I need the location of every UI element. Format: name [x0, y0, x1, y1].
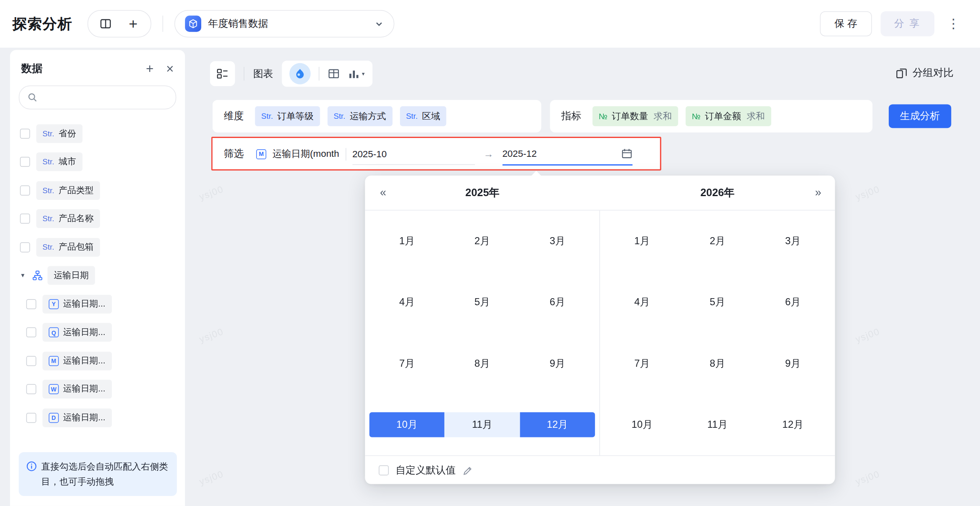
- month-cell[interactable]: 7月: [604, 333, 680, 394]
- field-checkbox[interactable]: [26, 299, 36, 309]
- dimension-chip[interactable]: Str. 区域: [400, 106, 446, 126]
- date-field-row: Q 运输日期...: [26, 318, 185, 347]
- field-chip[interactable]: Str. 产品名称: [36, 210, 100, 228]
- filter-start-date-input[interactable]: 2025-10: [352, 143, 475, 165]
- month-label: 12月: [520, 412, 595, 437]
- divider: [244, 67, 244, 81]
- generate-analysis-button[interactable]: 生成分析: [889, 104, 951, 128]
- filter-shelf: 筛选 M 运输日期(month 2025-10 → 2025-12: [213, 138, 661, 170]
- watermark: ysj00: [198, 326, 225, 344]
- group-compare-label: 分组对比: [913, 66, 954, 80]
- bar-chart-type-button[interactable]: ▾: [348, 68, 365, 79]
- month-cell[interactable]: 12月: [755, 394, 831, 455]
- month-cell[interactable]: 5月: [680, 272, 755, 333]
- field-chip[interactable]: W 运输日期...: [43, 380, 112, 399]
- month-cell[interactable]: 1月: [604, 210, 680, 271]
- month-cell[interactable]: 6月: [755, 272, 831, 333]
- more-menu-button[interactable]: ⋮: [939, 16, 967, 31]
- field-label: 运输日期...: [63, 355, 105, 366]
- group-compare-button[interactable]: 分组对比: [895, 66, 954, 80]
- field-chip[interactable]: Str. 产品包箱: [36, 238, 100, 257]
- month-cell[interactable]: 2月: [680, 210, 755, 271]
- dimension-chip[interactable]: Str. 运输方式: [327, 106, 392, 126]
- chart-type-switcher: ▾: [282, 61, 372, 87]
- field-checkbox[interactable]: [20, 242, 30, 252]
- watermark: ysj00: [854, 326, 881, 344]
- save-button[interactable]: 保 存: [820, 11, 872, 36]
- dimension-name: 区域: [422, 110, 440, 122]
- month-label: 3月: [520, 229, 595, 254]
- dataset-select[interactable]: 年度销售数据: [174, 10, 395, 38]
- month-cell-in-range[interactable]: 11月: [444, 394, 520, 455]
- chart-section-label: 图表: [253, 67, 273, 80]
- field-chip[interactable]: Str. 城市: [36, 153, 82, 171]
- month-cell[interactable]: 8月: [680, 333, 755, 394]
- filter-end-date-input[interactable]: 2025-12: [502, 143, 632, 165]
- month-label: 12月: [755, 412, 831, 437]
- field-checkbox[interactable]: [20, 214, 30, 224]
- divider: [345, 148, 346, 160]
- new-analysis-button[interactable]: +: [119, 13, 147, 35]
- field-chip[interactable]: Q 运输日期...: [43, 323, 112, 342]
- field-checkbox[interactable]: [20, 185, 30, 195]
- filter-shelf-label: 筛选: [224, 147, 244, 160]
- month-cell[interactable]: 3月: [520, 210, 595, 271]
- month-cell[interactable]: 6月: [520, 272, 595, 333]
- field-checkbox[interactable]: [26, 356, 36, 366]
- field-checkbox[interactable]: [20, 128, 30, 138]
- next-year-button[interactable]: »: [815, 176, 820, 210]
- group-chip[interactable]: 运输日期: [48, 266, 95, 285]
- date-field-row: W 运输日期...: [26, 375, 185, 404]
- edit-pencil-icon[interactable]: [462, 465, 473, 475]
- data-panel-header: 数据 + ×: [10, 50, 185, 79]
- add-field-button[interactable]: +: [146, 62, 154, 75]
- date-group-row[interactable]: ▼ 运输日期: [20, 261, 185, 290]
- field-chip[interactable]: Str. 产品类型: [36, 181, 100, 200]
- field-checkbox[interactable]: [26, 384, 36, 394]
- chevron-down-icon: [375, 19, 384, 28]
- field-checkbox[interactable]: [26, 327, 36, 337]
- field-chip[interactable]: Str. 省份: [36, 124, 82, 143]
- field-search-input[interactable]: [19, 86, 176, 110]
- month-cell[interactable]: 1月: [369, 210, 445, 271]
- field-chip[interactable]: M 运输日期...: [43, 352, 112, 371]
- month-cell-selected-start[interactable]: 10月: [369, 394, 445, 455]
- metric-chip[interactable]: № 订单数量 求和: [593, 106, 678, 126]
- dimension-chip[interactable]: Str. 订单等级: [255, 106, 320, 126]
- month-cell[interactable]: 9月: [520, 333, 595, 394]
- field-checkbox[interactable]: [20, 157, 30, 167]
- month-cell[interactable]: 7月: [369, 333, 445, 394]
- search-icon: [28, 92, 38, 102]
- month-cell[interactable]: 2月: [444, 210, 520, 271]
- month-cell[interactable]: 10月: [604, 394, 680, 455]
- watermark: ysj00: [854, 468, 881, 487]
- month-cell[interactable]: 11月: [680, 394, 755, 455]
- month-label: 3月: [755, 229, 831, 254]
- split-view-icon: [99, 18, 112, 30]
- table-view-button[interactable]: [328, 67, 340, 80]
- smart-chart-button[interactable]: [290, 63, 311, 84]
- tree-expand-caret-icon[interactable]: ▼: [20, 273, 28, 279]
- watermark: ysj00: [198, 468, 225, 487]
- month-cell[interactable]: 3月: [755, 210, 831, 271]
- month-cell[interactable]: 4月: [604, 272, 680, 333]
- field-chip[interactable]: D 运输日期...: [43, 408, 112, 427]
- metric-chip[interactable]: № 订单金额 求和: [685, 106, 771, 126]
- month-label: 9月: [520, 351, 595, 376]
- month-cell[interactable]: 9月: [755, 333, 831, 394]
- month-cell[interactable]: 5月: [444, 272, 520, 333]
- field-label: 运输日期...: [63, 412, 105, 423]
- month-cell[interactable]: 8月: [444, 333, 520, 394]
- month-cell[interactable]: 4月: [369, 272, 445, 333]
- month-cell-selected-end[interactable]: 12月: [520, 394, 595, 455]
- split-view-button[interactable]: [92, 13, 120, 35]
- custom-default-checkbox[interactable]: [379, 465, 389, 475]
- share-button[interactable]: 分 享: [880, 11, 934, 36]
- field-checkbox[interactable]: [26, 413, 36, 423]
- view-config-button[interactable]: [210, 61, 235, 86]
- month-label: 1月: [604, 229, 680, 254]
- month-label: 10月: [604, 412, 680, 437]
- field-chip[interactable]: Y 运输日期...: [43, 295, 112, 314]
- close-panel-button[interactable]: ×: [166, 62, 174, 75]
- month-label: 5月: [444, 290, 520, 315]
